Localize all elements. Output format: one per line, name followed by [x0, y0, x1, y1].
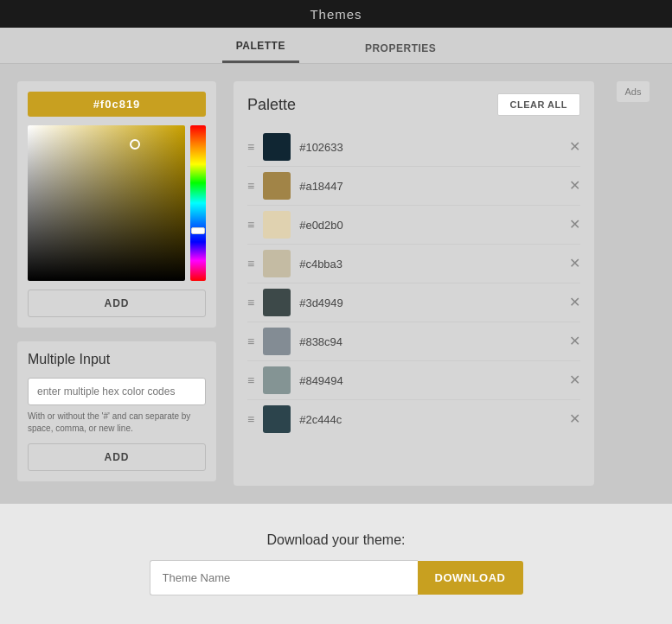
palette-items-container: ≡ #102633 ✕ ≡ #a18447 ✕ ≡ #e0d2b0 ✕ ≡ #c…: [247, 128, 580, 438]
download-title: Download your theme:: [266, 532, 405, 548]
color-cursor: [130, 139, 140, 150]
palette-panel: Palette CLEAR ALL ≡ #102633 ✕ ≡ #a18447 …: [234, 81, 594, 486]
app-title: Themes: [310, 7, 362, 22]
palette-item: ≡ #2c444c ✕: [247, 400, 580, 438]
drag-handle-icon[interactable]: ≡: [247, 140, 254, 154]
add-color-button[interactable]: ADD: [28, 290, 206, 317]
tabs-container: PALETTE PROPERTIES: [0, 28, 672, 64]
multiple-input-box: Multiple Input With or without the '#' a…: [17, 341, 216, 481]
palette-color-swatch: [263, 172, 291, 200]
download-button[interactable]: DOWNLOAD: [418, 561, 523, 595]
palette-remove-button[interactable]: ✕: [569, 179, 580, 193]
palette-hex-value: #e0d2b0: [299, 219, 560, 232]
palette-hex-value: #3d4949: [299, 296, 560, 309]
palette-item: ≡ #838c94 ✕: [247, 322, 580, 361]
download-section: Download your theme: DOWNLOAD: [0, 503, 672, 624]
palette-remove-button[interactable]: ✕: [569, 257, 580, 271]
tab-properties[interactable]: PROPERTIES: [351, 34, 450, 63]
palette-hex-value: #849494: [299, 374, 560, 387]
tab-palette[interactable]: PALETTE: [222, 31, 299, 63]
palette-item: ≡ #849494 ✕: [247, 361, 580, 400]
drag-handle-icon[interactable]: ≡: [247, 179, 254, 193]
palette-remove-button[interactable]: ✕: [569, 373, 580, 387]
hex-display: #f0c819: [28, 92, 206, 117]
palette-item: ≡ #102633 ✕: [247, 128, 580, 167]
color-slider[interactable]: [190, 125, 206, 281]
drag-handle-icon[interactable]: ≡: [247, 412, 254, 426]
palette-color-swatch: [263, 328, 291, 355]
color-picker-box: #f0c819 ADD: [17, 81, 216, 328]
multiple-input-hint: With or without the '#' and can separate…: [28, 411, 206, 435]
theme-name-input[interactable]: [150, 560, 418, 595]
color-gradient[interactable]: [28, 125, 185, 281]
palette-remove-button[interactable]: ✕: [569, 140, 580, 154]
palette-color-swatch: [263, 250, 291, 277]
palette-color-swatch: [263, 366, 291, 394]
palette-hex-value: #c4bba3: [299, 258, 560, 271]
palette-color-swatch: [263, 405, 291, 433]
ads-label: Ads: [617, 81, 650, 102]
drag-handle-icon[interactable]: ≡: [247, 257, 254, 271]
palette-hex-value: #102633: [299, 141, 560, 154]
palette-remove-button[interactable]: ✕: [569, 412, 580, 426]
main-content: #f0c819 ADD Multiple Input With or witho…: [0, 64, 672, 503]
palette-remove-button[interactable]: ✕: [569, 218, 580, 232]
palette-color-swatch: [263, 211, 291, 239]
drag-handle-icon[interactable]: ≡: [247, 373, 254, 387]
palette-item: ≡ #e0d2b0 ✕: [247, 206, 580, 245]
palette-remove-button[interactable]: ✕: [569, 334, 580, 348]
download-row: DOWNLOAD: [150, 560, 523, 595]
palette-hex-value: #2c444c: [299, 413, 560, 426]
palette-title: Palette: [247, 96, 296, 114]
slider-handle: [191, 227, 205, 234]
palette-item: ≡ #c4bba3 ✕: [247, 245, 580, 283]
drag-handle-icon[interactable]: ≡: [247, 334, 254, 348]
clear-all-button[interactable]: CLEAR ALL: [497, 93, 580, 116]
drag-handle-icon[interactable]: ≡: [247, 296, 254, 309]
palette-remove-button[interactable]: ✕: [569, 296, 580, 309]
left-panel: #f0c819 ADD Multiple Input With or witho…: [17, 81, 216, 486]
multiple-input-field[interactable]: [28, 378, 206, 405]
drag-handle-icon[interactable]: ≡: [247, 218, 254, 232]
multiple-input-title: Multiple Input: [28, 352, 206, 367]
top-bar: Themes: [0, 0, 672, 28]
palette-item: ≡ #a18447 ✕: [247, 167, 580, 206]
palette-hex-value: #a18447: [299, 180, 560, 193]
palette-header: Palette CLEAR ALL: [247, 93, 580, 116]
palette-item: ≡ #3d4949 ✕: [247, 283, 580, 322]
ads-sidebar: Ads: [611, 81, 655, 486]
color-picker-area: [28, 125, 206, 281]
palette-color-swatch: [263, 289, 291, 316]
palette-color-swatch: [263, 133, 291, 161]
multiple-add-button[interactable]: ADD: [28, 443, 206, 471]
palette-hex-value: #838c94: [299, 335, 560, 348]
